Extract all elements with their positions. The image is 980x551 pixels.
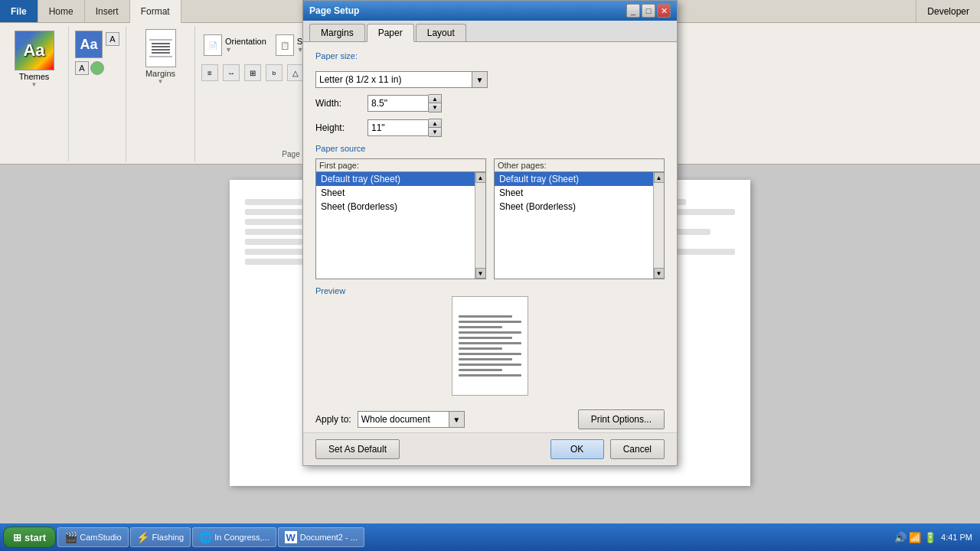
paper-size-row: Paper size: [315, 51, 665, 65]
width-label: Width: [315, 98, 361, 109]
small-btn-3[interactable]: ⊞ [244, 64, 261, 81]
tab-paper[interactable]: Paper [367, 24, 414, 42]
dialog-tab-bar: Margins Paper Layout [303, 21, 677, 42]
dialog-body: Paper size: Letter (8 1/2 x 11 in) ▼ Wid… [303, 42, 677, 405]
set-default-button[interactable]: Set As Default [315, 439, 400, 459]
apply-to-group: Apply to: Whole document ▼ [315, 411, 465, 428]
font-aa-button[interactable]: Aa [75, 31, 103, 58]
small-btn-4[interactable]: b [266, 64, 283, 81]
other-pages-scrollbar[interactable]: ▲ ▼ [653, 172, 664, 279]
preview-line-2 [459, 321, 521, 323]
width-input[interactable] [368, 95, 429, 112]
dialog-controls: _ □ ✕ [626, 4, 671, 18]
first-page-box: First page: Default tray (Sheet) Sheet S… [315, 158, 486, 279]
width-decrement-button[interactable]: ▼ [429, 103, 441, 112]
browser-icon: 🌐 [199, 531, 211, 543]
preview-label: Preview [315, 286, 345, 295]
margins-button[interactable] [145, 29, 176, 67]
first-page-item-1[interactable]: Sheet [316, 186, 485, 200]
apply-to-select[interactable]: Whole document ▼ [358, 411, 465, 428]
tab-file[interactable]: File [0, 0, 38, 22]
tab-developer-label: Developer [927, 6, 969, 17]
width-row: Width: ▲ ▼ [315, 94, 665, 112]
height-spinner-buttons: ▲ ▼ [429, 119, 442, 137]
taskbar-camstudio[interactable]: 🎬 CamStudio [57, 527, 128, 547]
paper-source-section: Paper source [315, 143, 665, 154]
other-pages-list[interactable]: Default tray (Sheet) Sheet Sheet (Border… [495, 171, 664, 279]
paper-size-select-row: Letter (8 1/2 x 11 in) ▼ [315, 71, 665, 88]
taskbar-word[interactable]: W Document2 - ... [278, 527, 364, 547]
first-page-scrollbar[interactable]: ▲ ▼ [475, 172, 485, 279]
preview-box [452, 296, 528, 396]
cancel-button[interactable]: Cancel [610, 439, 665, 459]
other-pages-scroll-down[interactable]: ▼ [654, 268, 665, 279]
other-pages-item-1[interactable]: Sheet [495, 186, 664, 200]
tab-developer[interactable]: Developer [916, 0, 980, 22]
start-button[interactable]: ⊞ start [3, 527, 56, 548]
width-increment-button[interactable]: ▲ [429, 95, 441, 103]
height-spinner: ▲ ▼ [368, 119, 442, 137]
other-pages-scroll-track [654, 183, 664, 268]
taskbar-flashing[interactable]: ⚡ Flashing [130, 527, 191, 547]
paper-size-dropdown-arrow[interactable]: ▼ [472, 72, 487, 87]
tab-layout[interactable]: Layout [416, 24, 466, 41]
orientation-button[interactable]: 📄 Orientation ▼ [201, 32, 269, 58]
tab-margins[interactable]: Margins [309, 24, 365, 41]
taskbar-right: 🔊 📶 🔋 4:41 PM [894, 532, 977, 543]
apply-to-arrow[interactable]: ▼ [449, 412, 464, 427]
other-pages-box: Other pages: Default tray (Sheet) Sheet … [494, 158, 665, 279]
first-page-list[interactable]: Default tray (Sheet) Sheet Sheet (Border… [316, 171, 485, 279]
source-grid: First page: Default tray (Sheet) Sheet S… [315, 158, 665, 279]
first-page-title: First page: [316, 159, 485, 171]
paper-size-select[interactable]: Letter (8 1/2 x 11 in) ▼ [315, 71, 488, 88]
dialog-maximize-button[interactable]: □ [642, 4, 655, 18]
taskbar-browser[interactable]: 🌐 In Congress,... [192, 527, 276, 547]
first-page-scroll-up[interactable]: ▲ [475, 172, 486, 183]
width-spinner: ▲ ▼ [368, 94, 442, 112]
height-increment-button[interactable]: ▲ [429, 119, 441, 128]
small-btn-5[interactable]: △ [287, 64, 304, 81]
paper-size-section-label: Paper size: [315, 51, 358, 60]
tab-home[interactable]: Home [38, 0, 85, 22]
paper-source-label: Paper source [315, 144, 365, 153]
ok-button[interactable]: OK [550, 439, 604, 459]
start-label: start [24, 532, 46, 543]
first-page-scroll-down[interactable]: ▼ [475, 268, 486, 279]
tab-insert[interactable]: Insert [85, 0, 130, 22]
first-page-item-2[interactable]: Sheet (Borderless) [316, 200, 485, 214]
preview-line-10 [459, 364, 521, 366]
other-pages-item-2[interactable]: Sheet (Borderless) [495, 200, 664, 214]
height-decrement-button[interactable]: ▼ [429, 128, 441, 136]
underline-A-button[interactable]: A [75, 61, 89, 75]
first-page-item-0[interactable]: Default tray (Sheet) [316, 172, 485, 186]
camstudio-icon: 🎬 [64, 531, 77, 543]
word-label: Document2 - ... [300, 533, 358, 542]
preview-line-1 [459, 315, 512, 318]
dialog-minimize-button[interactable]: _ [626, 4, 640, 18]
other-pages-item-0[interactable]: Default tray (Sheet) [495, 172, 664, 186]
font-color-button[interactable]: A [106, 32, 119, 46]
preview-line-11 [459, 369, 502, 371]
taskbar: ⊞ start 🎬 CamStudio ⚡ Flashing 🌐 In Cong… [0, 523, 980, 551]
circle-button[interactable] [90, 61, 104, 75]
dialog-close-button[interactable]: ✕ [657, 4, 671, 18]
small-btn-1[interactable]: ≡ [201, 64, 218, 81]
preview-line-3 [459, 326, 502, 328]
apply-to-value: Whole document [358, 414, 449, 425]
width-spinner-buttons: ▲ ▼ [429, 94, 442, 112]
height-input[interactable] [368, 119, 429, 136]
other-pages-title: Other pages: [495, 159, 664, 171]
camstudio-label: CamStudio [80, 533, 121, 542]
themes-button[interactable]: Aa Themes ▼ [15, 31, 54, 88]
small-btn-2[interactable]: ↔ [223, 64, 240, 81]
margins-section: Margins ▼ [126, 26, 195, 161]
footer-left: Set As Default [315, 439, 400, 459]
preview-line-5 [459, 337, 512, 339]
print-options-button[interactable]: Print Options... [578, 409, 665, 429]
height-row: Height: ▲ ▼ [315, 119, 665, 137]
tab-format[interactable]: Format [130, 0, 181, 23]
text-section: Aa A A [69, 26, 126, 161]
word-icon: W [285, 531, 297, 543]
preview-line-9 [459, 358, 512, 360]
other-pages-scroll-up[interactable]: ▲ [654, 172, 665, 183]
